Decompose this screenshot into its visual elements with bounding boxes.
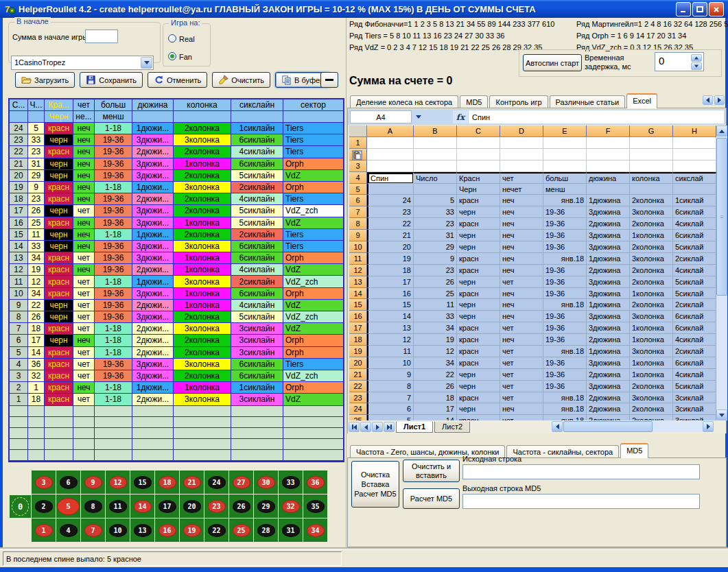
roulette-cell-9[interactable]: 9 bbox=[81, 470, 105, 494]
grid-cell-G2[interactable] bbox=[630, 149, 673, 160]
grid-cell-C10[interactable]: черн bbox=[457, 241, 500, 253]
grid-cell-D9[interactable]: неч bbox=[500, 230, 543, 241]
grid-corner[interactable] bbox=[349, 126, 367, 137]
grid-cell-D25[interactable]: чет bbox=[500, 415, 543, 420]
grid-cell-E7[interactable]: 19-36 bbox=[543, 206, 587, 218]
grid-cell-C11[interactable]: красн bbox=[457, 253, 500, 265]
md5-clear-paste-calc-button[interactable]: Очистка Вставка Расчет MD5 bbox=[351, 461, 399, 508]
grid-cell-E1[interactable] bbox=[543, 137, 587, 149]
grid-cell-A4[interactable]: Спин bbox=[367, 172, 414, 184]
grid-cell-F6[interactable]: 1дюжина bbox=[587, 195, 630, 206]
roulette-cell-36[interactable]: 36 bbox=[303, 470, 327, 494]
load-button[interactable]: Загрузить bbox=[15, 72, 75, 88]
grid-cell-E6[interactable]: янв.18 bbox=[543, 195, 587, 206]
autospin-start-button[interactable]: Автоспин старт bbox=[523, 54, 582, 71]
grid-cell-E5[interactable]: менш bbox=[543, 184, 587, 195]
tab-frequency-area-1[interactable]: Частота - сиклайны, сектора bbox=[506, 445, 619, 458]
grid-row-header[interactable]: 20 bbox=[349, 357, 367, 369]
radio-real[interactable] bbox=[168, 34, 176, 43]
grid-cell-A6[interactable]: 24 bbox=[367, 195, 414, 206]
roulette-cell-11[interactable]: 11 bbox=[106, 494, 130, 518]
grid-cell-C7[interactable]: черн bbox=[457, 206, 500, 218]
grid-cell-F1[interactable] bbox=[587, 137, 630, 149]
radio-fan[interactable] bbox=[168, 52, 176, 60]
sheet-nav-first-icon[interactable] bbox=[349, 422, 360, 432]
grid-cell-D5[interactable]: нечет bbox=[500, 184, 543, 195]
grid-cell-D3[interactable] bbox=[500, 160, 543, 172]
roulette-cell-15[interactable]: 15 bbox=[130, 470, 154, 494]
grid-row-header[interactable]: 17 bbox=[349, 322, 367, 334]
grid-cell-A20[interactable]: 10 bbox=[367, 357, 414, 369]
grid-cell-F15[interactable]: 1дюжина bbox=[587, 299, 630, 311]
grid-cell-A11[interactable]: 19 bbox=[367, 253, 414, 265]
grid-cell-D8[interactable]: неч bbox=[500, 218, 543, 230]
grid-cell-H6[interactable]: 1сиклай bbox=[673, 195, 716, 206]
grid-cell-E17[interactable]: 19-36 bbox=[543, 322, 587, 334]
grid-cell-C16[interactable]: черн bbox=[457, 311, 500, 322]
grid-cell-G3[interactable] bbox=[630, 160, 673, 172]
grid-cell-A7[interactable]: 23 bbox=[367, 206, 414, 218]
vertical-scrollbar[interactable]: ≡ bbox=[716, 126, 727, 420]
roulette-cell-6[interactable]: 6 bbox=[56, 470, 80, 494]
grid-column-header[interactable]: H bbox=[673, 126, 716, 137]
grid-cell-A21[interactable]: 9 bbox=[367, 369, 414, 381]
grid-cell-G6[interactable]: 2колонка bbox=[630, 195, 673, 206]
grid-cell-F7[interactable]: 3дюжина bbox=[587, 206, 630, 218]
grid-cell-C6[interactable]: красн bbox=[457, 195, 500, 206]
grid-cell-G11[interactable]: 3колонка bbox=[630, 253, 673, 265]
save-button[interactable]: Сохранить bbox=[80, 72, 143, 88]
grid-cell-D2[interactable] bbox=[500, 149, 543, 160]
grid-cell-F2[interactable] bbox=[587, 149, 630, 160]
roulette-cell-10[interactable]: 10 bbox=[106, 519, 130, 542]
grid-column-header[interactable]: G bbox=[630, 126, 673, 137]
grid-cell-C5[interactable]: Черн bbox=[457, 184, 500, 195]
grid-cell-G1[interactable] bbox=[630, 137, 673, 149]
grid-cell-E16[interactable]: 19-36 bbox=[543, 311, 587, 322]
minimize-button[interactable] bbox=[676, 2, 691, 16]
grid-cell-F12[interactable]: 2дюжина bbox=[587, 265, 630, 276]
grid-row-header[interactable]: 4 bbox=[349, 172, 367, 184]
sheet-tab-0[interactable]: Лист1 bbox=[396, 422, 433, 433]
grid-row-header[interactable]: 22 bbox=[349, 381, 367, 392]
grid-cell-G12[interactable]: 2колонка bbox=[630, 265, 673, 276]
grid-cell-G13[interactable]: 2колонка bbox=[630, 276, 673, 288]
tab-excel-area-4[interactable]: Excel bbox=[626, 93, 657, 108]
grid-cell-G17[interactable]: 1колонка bbox=[630, 322, 673, 334]
roulette-cell-23[interactable]: 23 bbox=[204, 494, 228, 518]
grid-cell-H12[interactable]: 4сиклай bbox=[673, 265, 716, 276]
grid-cell-F4[interactable]: дюжина bbox=[587, 172, 630, 184]
grid-cell-C4[interactable]: Красн bbox=[457, 172, 500, 184]
spinner-down-button[interactable] bbox=[691, 62, 702, 70]
spinner-up-button[interactable] bbox=[691, 54, 702, 62]
grid-cell-D22[interactable]: чет bbox=[500, 381, 543, 392]
grid-cell-B12[interactable]: 23 bbox=[414, 265, 457, 276]
grid-cell-D14[interactable]: неч bbox=[500, 288, 543, 300]
grid-cell-F13[interactable]: 3дюжина bbox=[587, 276, 630, 288]
grid-cell-D4[interactable]: чет bbox=[500, 172, 543, 184]
grid-cell-G16[interactable]: 3колонка bbox=[630, 311, 673, 322]
grid-cell-B15[interactable]: 11 bbox=[414, 299, 457, 311]
grid-cell-F20[interactable]: 3дюжина bbox=[587, 357, 630, 369]
grid-cell-B21[interactable]: 22 bbox=[414, 369, 457, 381]
grid-cell-D23[interactable]: чет bbox=[500, 392, 543, 404]
maximize-button[interactable] bbox=[692, 2, 707, 16]
roulette-cell-14[interactable]: 14 bbox=[130, 494, 154, 518]
grid-cell-E4[interactable]: больш bbox=[543, 172, 587, 184]
grid-cell-G25[interactable]: 2колонка bbox=[630, 415, 673, 420]
grid-row-header[interactable]: 5 bbox=[349, 184, 367, 195]
paste-options-icon[interactable] bbox=[352, 150, 362, 163]
grid-cell-A2[interactable] bbox=[367, 149, 414, 160]
grid-cell-H17[interactable]: 6сиклай bbox=[673, 322, 716, 334]
grid-cell-C15[interactable]: черн bbox=[457, 299, 500, 311]
grid-cell-B25[interactable]: 14 bbox=[414, 415, 457, 420]
grid-cell-C9[interactable]: черн bbox=[457, 230, 500, 241]
grid-cell-B5[interactable] bbox=[414, 184, 457, 195]
grid-column-header[interactable]: D bbox=[500, 126, 543, 137]
grid-cell-D16[interactable]: неч bbox=[500, 311, 543, 322]
sheet-nav-last-icon[interactable] bbox=[384, 422, 395, 432]
grid-cell-G24[interactable]: 2колонка bbox=[630, 403, 673, 415]
roulette-cell-12[interactable]: 12 bbox=[106, 470, 130, 494]
sheet-nav-next-icon[interactable] bbox=[372, 422, 383, 432]
md5-calc-button[interactable]: Расчет MD5 bbox=[403, 488, 460, 509]
grid-row-header[interactable]: 25 bbox=[349, 415, 367, 420]
